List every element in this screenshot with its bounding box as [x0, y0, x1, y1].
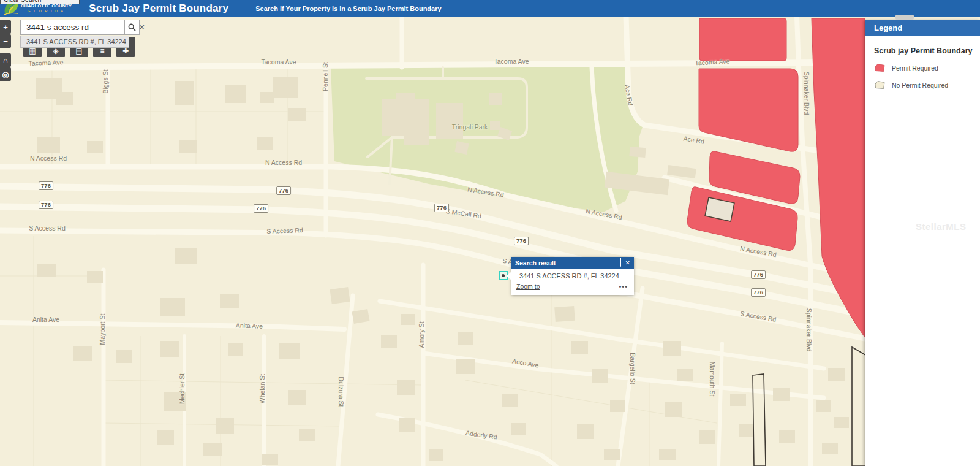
app-header: CHARLOTTE COUNTY F L O R I D A Scrub Jay…	[0, 0, 980, 17]
legend-layer-name: Scrub jay Permit Boundary	[874, 47, 980, 55]
zoom-in-button[interactable]: +	[0, 20, 11, 34]
draw-icon: ◈	[53, 47, 58, 55]
legend-item-label: Permit Required	[892, 64, 938, 72]
no-permit-required-swatch	[874, 80, 886, 90]
layers-icon: ≡	[100, 47, 104, 55]
close-icon[interactable]: ✕	[625, 260, 630, 266]
search-button[interactable]	[125, 20, 140, 35]
measure-icon: ✚	[123, 47, 129, 55]
basemap-icon: ▦	[29, 47, 36, 55]
popup-tail	[507, 272, 511, 280]
permit-required-swatch	[874, 63, 886, 72]
map-application: Tacoma AveTacoma AveTacoma AveTacoma Ave…	[0, 0, 980, 466]
legend-header[interactable]: Legend	[865, 20, 980, 36]
locate-button[interactable]: ◎	[0, 67, 11, 81]
marker-dot	[502, 274, 505, 277]
search-input[interactable]	[21, 23, 135, 32]
popup-title: Search result	[515, 259, 616, 267]
search-suggestion[interactable]: 3441 S ACCESS RD #, FL 34224	[20, 36, 129, 48]
org-subname: F L O R I D A	[21, 10, 72, 13]
legend-item-label: No Permit Required	[892, 82, 948, 89]
legend-panel: Legend Scrub jay Permit Boundary Permit …	[865, 20, 980, 466]
legend-item-permit-required: Permit Required	[874, 63, 980, 72]
stellar-mls-watermark: StellarMLS	[916, 221, 967, 232]
maximize-icon[interactable]	[620, 260, 621, 266]
popup-header[interactable]: Search result ✕	[511, 257, 634, 269]
zoom-to-link[interactable]: Zoom to	[516, 283, 540, 290]
search-box: ✕	[20, 20, 125, 35]
legend-resize-handle[interactable]	[895, 15, 914, 20]
org-block: CHARLOTTE COUNTY F L O R I D A	[21, 4, 72, 13]
clear-search-button[interactable]: Clear Search	[0, 0, 80, 4]
search-result-popup: Search result ✕ 3441 S ACCESS RD #, FL 3…	[511, 257, 634, 295]
page-subtitle: Search if Your Property is in a Scrub Ja…	[255, 5, 441, 12]
magnifier-icon	[128, 23, 136, 31]
page-title: Scrub Jay Permit Boundary	[89, 2, 228, 15]
org-name: CHARLOTTE COUNTY	[21, 4, 72, 9]
map-nav-controls: + − ⌂ ◎	[0, 20, 11, 82]
print-icon: ▤	[75, 47, 82, 55]
more-options-icon[interactable]: •••	[619, 285, 628, 288]
popup-address: 3441 S ACCESS RD #, FL 34224	[511, 269, 634, 280]
zoom-out-button[interactable]: −	[0, 34, 11, 48]
legend-item-no-permit-required: No Permit Required	[874, 80, 980, 90]
map-canvas[interactable]	[0, 0, 980, 466]
home-button[interactable]: ⌂	[0, 53, 11, 67]
